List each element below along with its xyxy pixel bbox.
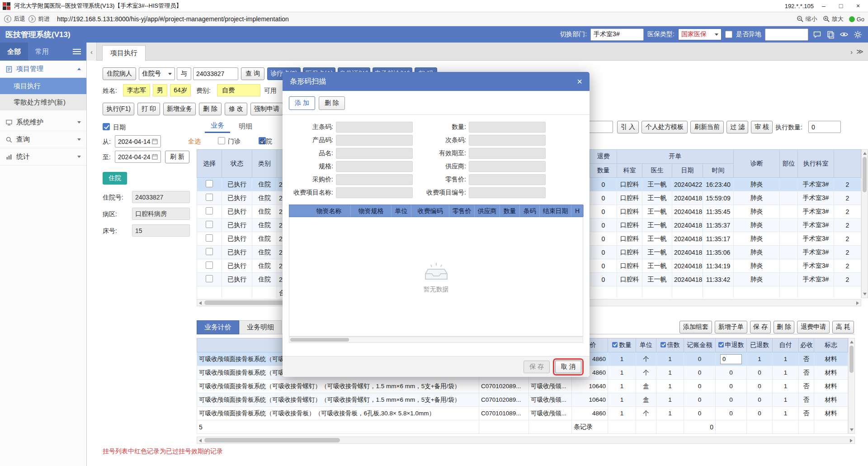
row-select-checkbox[interactable] [197,219,222,232]
form-icon[interactable] [826,30,835,39]
pcol-header-refund-req[interactable]: 申退数 [716,338,747,352]
refresh-button[interactable]: 刷 新 [165,151,189,163]
pcol-header-amount[interactable]: 记账金额 [684,338,716,352]
row-select-checkbox[interactable] [197,232,222,246]
pcol-header-refunded[interactable]: 已退数 [747,338,773,352]
scroll-thumb[interactable] [204,300,286,305]
supplier-input[interactable] [469,161,546,172]
product-code-input[interactable] [336,135,413,146]
scroll-down-icon[interactable] [863,293,867,295]
remote-checkbox[interactable] [725,31,732,38]
scroll-thumb[interactable] [204,438,340,442]
modal-add-button[interactable]: 添 加 [289,96,315,110]
date-to-input[interactable]: 2024-04-24 [115,151,161,163]
modal-cancel-button[interactable]: 取 消 [555,361,581,373]
import-button[interactable]: 引 入 [617,121,639,133]
expiry-input[interactable] [469,148,546,159]
tab-pricing-detail[interactable]: 业务明细 [239,320,282,334]
high-cost-button[interactable]: 高 耗 [832,321,854,333]
exec-qty-input[interactable]: 0 [808,121,841,133]
delete-button[interactable]: 删 除 [199,103,222,115]
scroll-up-icon[interactable] [863,152,867,155]
tab-project-execution[interactable]: 项目执行 [102,45,146,61]
row-select-checkbox[interactable] [197,259,222,273]
sidebar-group-statistics[interactable]: 统计 [0,148,86,166]
pcol-header-self-pay[interactable]: 自付 [773,338,799,352]
scroll-right-icon[interactable] [850,439,853,442]
address-url[interactable]: http://192.168.5.131:8000/his-yj/app/#/p… [57,15,289,23]
minimize-button[interactable]: – [816,0,831,11]
scroll-thumb[interactable] [849,346,854,373]
tab-business-detail[interactable]: 明细 [233,119,258,133]
eye-icon[interactable] [839,30,849,39]
date-from-input[interactable]: 2024-04-14 [115,135,161,147]
add-suborder-button[interactable]: 新增子单 [715,321,747,333]
add-group-button[interactable]: 添加组套 [679,321,712,333]
main-barcode-input[interactable] [336,122,413,133]
col-header-type[interactable]: 类别 [252,150,277,178]
qty-input[interactable] [469,122,546,133]
select-all-link[interactable]: 全选 [188,138,201,146]
sub-barcode-input[interactable] [469,135,546,146]
close-button[interactable]: × [851,0,865,11]
close-icon[interactable]: × [577,77,582,86]
delete-pricing-button[interactable]: 删 除 [774,321,794,333]
spec-input[interactable] [336,161,413,172]
pcol-header-multiple[interactable]: 倍数 [656,338,684,352]
purchase-price-input[interactable] [336,174,413,185]
search-relation-select[interactable]: 与 [177,67,191,80]
scroll-up-icon[interactable] [850,341,854,343]
extra-input[interactable] [765,29,808,41]
tab-scroll-right-icon[interactable]: › [850,43,853,61]
personal-template-button[interactable]: 个人处方模板 [642,121,688,133]
refund-apply-button[interactable]: 退费申请 [797,321,830,333]
zoom-out-button[interactable]: 缩小 [797,15,817,23]
sidebar-group-query[interactable]: 查询 [0,131,86,148]
col-header-status[interactable]: 状态 [222,150,252,178]
zoom-in-button[interactable]: 放大 [823,15,844,23]
print-button[interactable]: 打 印 [137,103,160,115]
col-header-refund-qty[interactable]: 数量 [590,164,617,178]
sidebar-tab-all[interactable]: 全部 [0,43,28,61]
sidebar-item-project-execution[interactable]: 项目执行 [0,78,86,94]
tab-business[interactable]: 业务 [205,119,230,133]
sidebar-group-system-maintenance[interactable]: 系统维护 [0,114,86,131]
row-select-checkbox[interactable] [197,191,222,205]
scroll-thumb[interactable] [290,338,349,342]
save-button[interactable]: 保 存 [750,321,771,333]
row-select-checkbox[interactable] [197,273,222,286]
scroll-thumb[interactable] [863,157,867,192]
col-header-date[interactable]: 日期 [672,164,703,178]
retail-price-input[interactable] [469,174,546,185]
row-select-checkbox[interactable] [197,246,222,259]
row-select-checkbox[interactable] [197,178,222,191]
force-apply-button[interactable]: 强制申请 [250,103,283,115]
collapse-sidebar-button[interactable]: ‹ [87,43,97,61]
col-header-time[interactable]: 时间 [703,164,734,178]
pcol-header-qty[interactable]: 数量 [608,338,636,352]
scroll-down-icon[interactable] [850,428,854,431]
col-header-dept[interactable]: 科室 [617,164,642,178]
product-name-input[interactable] [336,148,413,159]
audit-button[interactable]: 审 核 [751,121,773,133]
pricing-grid-row[interactable]: 可吸收颅颌面接骨板系统（可吸收接骨板）（可吸收接骨板，6孔板,30.8× 5.8… [197,407,848,420]
modal-hscrollbar[interactable] [289,337,583,343]
sidebar-tab-common[interactable]: 常用 [28,43,56,61]
go-button[interactable]: Go [849,16,864,23]
scroll-left-icon[interactable] [199,439,202,442]
gear-icon[interactable] [853,30,863,39]
patient-type-button[interactable]: 住院病人 [103,67,136,80]
col-header-part[interactable]: 部位 [780,150,798,178]
sidebar-item-prescription-maintenance[interactable]: 零散处方维护(新) [0,94,86,110]
message-icon[interactable] [812,30,822,39]
pricing-grid-hscrollbar[interactable] [197,437,855,444]
sidebar-group-project-management[interactable]: 项目管理 [0,61,86,78]
exec-grid-vscrollbar[interactable] [861,149,868,298]
charge-code-input[interactable] [469,187,546,198]
filter-button[interactable]: 过 滤 [726,121,748,133]
forward-button[interactable]: 前进 [28,15,50,23]
menu-icon[interactable] [73,48,81,56]
charge-name-input[interactable] [336,187,413,198]
row-select-checkbox[interactable] [197,205,222,219]
pcol-header-required[interactable]: 必收 [799,338,814,352]
